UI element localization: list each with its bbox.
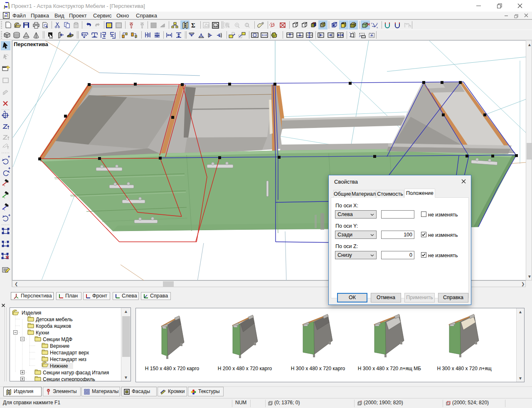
svg-text:x: x [377,26,378,29]
svg-text:y: y [377,22,378,25]
svg-text:Σ: Σ [191,22,195,29]
svg-text:z: z [371,22,372,25]
